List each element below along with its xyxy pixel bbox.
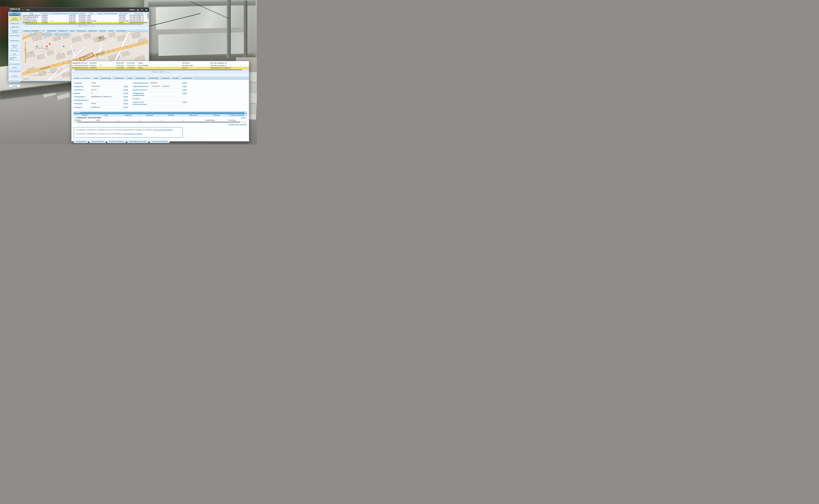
table-vscrollbar[interactable]: [147, 13, 148, 23]
zoom-in-button[interactable]: +: [24, 39, 27, 41]
tab-karte[interactable]: Karte: [41, 29, 46, 32]
sidebar-item-strassen-filtern[interactable]: Straßen filtern: [9, 49, 20, 52]
sidebar-item-daten-exportieren[interactable]: Daten exportieren: [9, 63, 20, 65]
page-next-button[interactable]: ›: [164, 71, 165, 73]
page-size-select[interactable]: 5▾: [92, 25, 95, 27]
logout-icon[interactable]: [145, 9, 147, 11]
sidebar-item-rechnungstellung[interactable]: Rechnungstellung: [9, 70, 20, 72]
sidebar-item-news-und-tipps[interactable]: News und Tipps: [9, 80, 20, 82]
table-row-selected[interactable]: Hadwigstraße (67702-0)2023001810.08.2023…: [22, 22, 148, 23]
field-link[interactable]: Details: [123, 99, 128, 101]
tab-karte[interactable]: Karte: [93, 76, 99, 79]
table-hscrollbar[interactable]: ◄ ►: [71, 69, 249, 71]
pan-up-icon[interactable]: ▲: [25, 33, 26, 34]
page-next-button[interactable]: ›: [89, 25, 90, 27]
sidebar-item-berichte[interactable]: Berichte: [9, 66, 20, 69]
verfahren-abbrechen-button[interactable]: Verfahren abbrechen: [107, 140, 126, 143]
table-row[interactable]: Ekkehardstraße (67494-0)2023002117.08.20…: [22, 17, 148, 18]
field-link[interactable]: Ändern: [182, 82, 187, 84]
pan-left-icon[interactable]: ◀: [23, 35, 24, 36]
tab-protokoll[interactable]: Protokoll: [107, 29, 115, 32]
field-link[interactable]: Ändern: [182, 89, 187, 91]
page-last-button[interactable]: »: [165, 71, 166, 73]
genehmigungsvorschau-button[interactable]: Genehmigungsvorschau: [127, 140, 149, 143]
admin-menu[interactable]: ADMIN▾: [129, 9, 135, 11]
sidebar-item-freigabe-fehlt[interactable]: Freigabe fehlt: [9, 25, 20, 28]
sidebar-item-filter[interactable]: Filter: [9, 53, 20, 55]
sidebar-item-fertiggemeldete[interactable]: Fertiggemeldete: [9, 22, 20, 25]
sidebar-item-antrag-erstellen[interactable]: Antrag erstellen: [9, 39, 20, 42]
col-lfd-nummer[interactable]: Lfd. Nummer⇅: [41, 13, 51, 15]
add-aufgrabungsort-link[interactable]: Aufgrabungsort hinzufügen: [228, 124, 247, 125]
page-input[interactable]: [157, 71, 159, 73]
col-va-status[interactable]: VA Status: [97, 13, 104, 15]
scroll-left-icon[interactable]: ◄: [22, 24, 24, 24]
tab-ueberwachung[interactable]: Überwachung: [134, 76, 147, 79]
tab-schriftverkehr[interactable]: Schriftverkehr: [147, 76, 160, 79]
col-strasse[interactable]: Straße: [22, 13, 41, 15]
dig-menu[interactable]: DIG▾: [27, 9, 30, 11]
col-ortsangabe[interactable]: Ortsangabe Beschreibung: [51, 13, 68, 15]
field-link[interactable]: Details: [123, 92, 128, 94]
field-link[interactable]: Ändern: [182, 101, 187, 103]
tab-rechnung[interactable]: Rechnung: [160, 76, 170, 79]
map-pan-control[interactable]: ▲ ▼ ◀ ▶: [23, 33, 28, 38]
zoom-out-button[interactable]: −: [24, 63, 27, 65]
tab-bemerkungen[interactable]: Bemerkungen: [100, 76, 112, 79]
tab-bemerkungen[interactable]: Bemerkungen: [46, 29, 57, 32]
add-to-addresses-link[interactable]: Zu den Adressen hinzufügen: [123, 133, 142, 135]
strassen-hscrollbar[interactable]: ◄ ►: [74, 121, 247, 123]
scroll-left-icon[interactable]: ◄: [72, 69, 73, 70]
zoom-slider-handle[interactable]: [25, 49, 26, 50]
tab-ueberwachung[interactable]: Überwachung: [76, 29, 87, 32]
strassen-data-row[interactable]: FahrbahnLinks1111QuerrichtungTrenching: [74, 119, 247, 121]
sidebar-item-verwaltung[interactable]: Verwaltung: [9, 75, 20, 77]
tab-angaben[interactable]: Angaben zur Aufgrabung: [22, 29, 40, 32]
scroll-right-icon[interactable]: ►: [147, 24, 148, 24]
table-hscrollbar[interactable]: ◄ ►: [22, 23, 149, 25]
field-link[interactable]: Ändern: [123, 106, 128, 108]
sidebar-item-genehmigungen[interactable]: Genehmigungen: [9, 34, 20, 37]
field-link[interactable]: Ändern: [123, 85, 128, 87]
scroll-left-icon[interactable]: ◄: [74, 122, 75, 122]
home-icon[interactable]: ⌂: [23, 9, 24, 11]
col-leitungstraeger[interactable]: Leitungsträger: [129, 13, 148, 15]
table-row[interactable]: H-Arndtstraße (00298-0)202300195 -01.09.…: [22, 20, 148, 22]
scroll-thumb[interactable]: [25, 24, 143, 24]
sidebar-item-laufnummer-filtern[interactable]: Laufnummer filtern: [9, 44, 20, 48]
tab-dateien[interactable]: Dateien: [69, 29, 75, 32]
table-row-selected[interactable]: Hadwigstraße (67702-0)2023001810.08.2023…: [71, 67, 249, 69]
antrag-geprueft-button[interactable]: Antrag geprüft: [74, 140, 88, 143]
scroll-thumb[interactable]: [77, 122, 240, 122]
page-prev-button[interactable]: ‹: [77, 25, 77, 27]
page-input[interactable]: [82, 25, 84, 27]
vorgang-zurueckstellen-button[interactable]: Vorgang zurückstellen: [150, 140, 169, 143]
sidebar-scrollbar[interactable]: [20, 12, 21, 81]
sidebar-item-statistik[interactable]: Statistik: [9, 84, 20, 87]
pan-right-icon[interactable]: ▶: [27, 35, 28, 36]
tab-einstellungen[interactable]: Einstellungen: [58, 29, 68, 32]
field-link[interactable]: Details: [123, 89, 128, 91]
field-link[interactable]: Ändern: [182, 85, 187, 87]
antrag-verweigern-button[interactable]: Antrag verweigern: [89, 140, 106, 143]
draw-line-button[interactable]: Linie Zeichnen: [28, 33, 39, 36]
tab-rechnung[interactable]: Rechnung: [98, 29, 107, 32]
scroll-right-icon[interactable]: ►: [247, 69, 249, 70]
user-icon[interactable]: [137, 9, 139, 11]
col-status[interactable]: Status: [86, 13, 97, 15]
table-row[interactable]: H-Arndtstraße (00298-0)202300195 -01.09.…: [71, 64, 249, 67]
col-anfangsdatum[interactable]: Anfangsdatum: [68, 13, 78, 15]
page-last-button[interactable]: »: [90, 25, 91, 27]
field-link[interactable]: Ändern: [182, 92, 187, 94]
col-fertigmeldungsdatum[interactable]: Fertigmeldungsdatum: [104, 13, 118, 15]
page-size-select[interactable]: 5▾: [167, 71, 170, 73]
collapse-icon[interactable]: ▴: [244, 112, 246, 114]
col-unternehmer[interactable]: Unternehmer: [118, 13, 129, 15]
tab-angaben[interactable]: Angaben zur Aufgrabung: [72, 76, 93, 79]
table-row[interactable]: Hauptstraße (67742-0)2023002029.08.20233…: [71, 62, 249, 64]
tab-protokoll[interactable]: Protokoll: [171, 76, 180, 79]
sidebar-item-schnellfilter[interactable]: Schnellfilter wählen▾: [9, 56, 20, 60]
tab-schriftverkehr[interactable]: Schriftverkehr: [87, 29, 98, 32]
strassen-aendern-link[interactable]: Ändern: [241, 117, 246, 119]
add-to-addresses-link[interactable]: Zu den Adressen hinzufügen: [153, 129, 173, 131]
